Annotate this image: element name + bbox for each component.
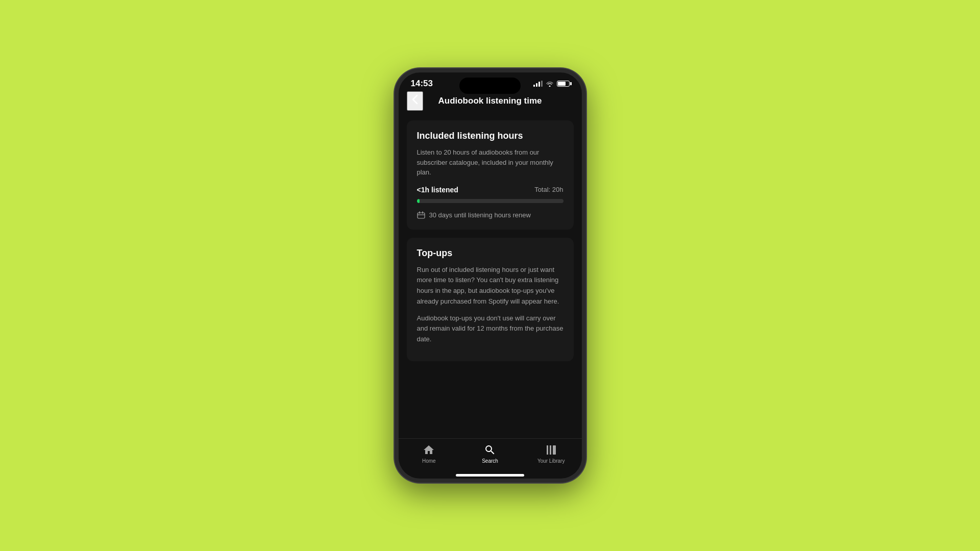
listened-label: <1h listened (417, 186, 458, 194)
back-button[interactable] (407, 91, 423, 111)
topups-title: Top-ups (417, 248, 564, 259)
included-hours-description: Listen to 20 hours of audiobooks from ou… (417, 147, 564, 178)
progress-header: <1h listened Total: 20h (417, 186, 564, 194)
battery-icon (557, 81, 570, 87)
included-hours-title: Included listening hours (417, 131, 564, 141)
page-title: Audiobook listening time (438, 96, 542, 106)
status-time: 14:53 (411, 79, 433, 89)
tab-home[interactable]: Home (399, 444, 460, 464)
nav-header: Audiobook listening time (399, 92, 582, 112)
search-tab-label: Search (482, 458, 498, 464)
topups-description-1: Run out of included listening hours or j… (417, 265, 564, 307)
calendar-icon (417, 211, 425, 219)
library-tab-label: Your Library (537, 458, 565, 464)
signal-icon (533, 81, 543, 87)
status-bar: 14:53 (399, 72, 582, 92)
status-icons (533, 81, 570, 87)
topups-card: Top-ups Run out of included listening ho… (407, 238, 574, 362)
total-label: Total: 20h (534, 186, 563, 193)
tab-library[interactable]: Your Library (521, 444, 582, 464)
svg-rect-6 (553, 445, 556, 455)
svg-rect-0 (418, 213, 425, 218)
main-content: Included listening hours Listen to 20 ho… (399, 112, 582, 438)
renewal-notice: 30 days until listening hours renew (417, 211, 564, 219)
tab-search[interactable]: Search (459, 444, 521, 464)
renewal-text: 30 days until listening hours renew (429, 211, 531, 219)
included-hours-card: Included listening hours Listen to 20 ho… (407, 120, 574, 230)
phone-frame: 14:53 (395, 68, 586, 483)
library-icon (545, 444, 557, 456)
home-tab-label: Home (422, 458, 436, 464)
tab-bar: Home Search Your Library (399, 438, 582, 474)
progress-bar-fill (417, 199, 420, 203)
home-indicator (456, 474, 524, 477)
wifi-icon (546, 81, 554, 87)
topups-description-2: Audiobook top-ups you don't use will car… (417, 313, 564, 345)
progress-bar-container (417, 199, 564, 203)
svg-rect-5 (550, 445, 551, 455)
search-icon (484, 444, 496, 456)
svg-rect-4 (547, 445, 548, 455)
home-icon (423, 444, 435, 456)
